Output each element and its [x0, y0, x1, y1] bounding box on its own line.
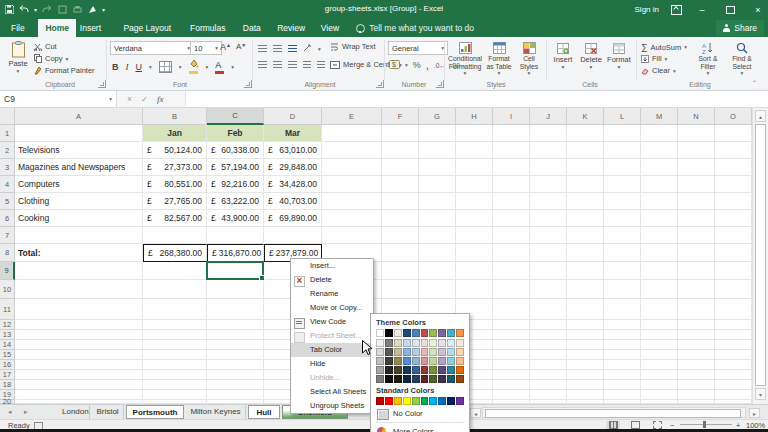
cell-O2[interactable]	[715, 142, 752, 159]
cell-F2[interactable]	[382, 142, 419, 159]
column-header-K[interactable]: K	[567, 108, 604, 125]
name-box-dropdown-icon[interactable]: ▾	[109, 97, 112, 101]
cell-L18[interactable]	[604, 380, 641, 390]
cell-O6[interactable]	[715, 210, 752, 227]
font-size-combo[interactable]: 10▾	[190, 41, 222, 55]
cell-K12[interactable]	[567, 320, 604, 330]
cell-L4[interactable]	[604, 176, 641, 193]
menu-item-rename[interactable]: Rename	[291, 287, 373, 301]
sheet-nav-left-icon[interactable]: ◂	[8, 408, 12, 416]
theme-color-swatch-9[interactable]	[447, 329, 455, 337]
row-header-5[interactable]: 5	[0, 193, 15, 210]
format-painter-button[interactable]: Format Painter	[34, 66, 95, 75]
cell-A2[interactable]: Televisions	[15, 142, 143, 159]
row-header-7[interactable]: 7	[0, 227, 15, 244]
copy-button[interactable]: Copy▾	[34, 54, 68, 63]
cell-E3[interactable]	[322, 159, 382, 176]
theme-tint-swatch-r1c4[interactable]	[403, 339, 411, 347]
theme-tint-swatch-r5c9[interactable]	[447, 375, 455, 383]
cell-L8[interactable]	[604, 244, 641, 262]
cell-O13[interactable]	[715, 330, 752, 340]
cell-C7[interactable]	[207, 227, 264, 244]
cell-M12[interactable]	[641, 320, 678, 330]
cell-E1[interactable]	[322, 125, 382, 142]
cell-N14[interactable]	[678, 340, 715, 350]
row-header-13[interactable]: 13	[0, 330, 15, 340]
cell-L15[interactable]	[604, 350, 641, 360]
bold-button[interactable]: B	[112, 62, 119, 72]
cell-L11[interactable]	[604, 299, 641, 320]
row-header-18[interactable]: 18	[0, 380, 15, 390]
cell-D2[interactable]: £63,010.00	[264, 142, 322, 159]
cell-K17[interactable]	[567, 370, 604, 380]
cell-N18[interactable]	[678, 380, 715, 390]
cell-L7[interactable]	[604, 227, 641, 244]
cell-K7[interactable]	[567, 227, 604, 244]
cell-I11[interactable]	[493, 299, 530, 320]
standard-color-swatch-7[interactable]	[429, 397, 437, 405]
cell-B4[interactable]: £80,551.00	[143, 176, 207, 193]
cell-K8[interactable]	[567, 244, 604, 262]
theme-color-swatch-5[interactable]	[412, 329, 420, 337]
cell-C4[interactable]: £92,216.00	[207, 176, 264, 193]
cell-O3[interactable]	[715, 159, 752, 176]
cell-L14[interactable]	[604, 340, 641, 350]
cell-I18[interactable]	[493, 380, 530, 390]
row-header-2[interactable]: 2	[0, 142, 15, 159]
clear-button[interactable]: Clear▾	[641, 66, 676, 75]
fill-color-button[interactable]	[189, 59, 199, 74]
cell-B2[interactable]: £50,124.00	[143, 142, 207, 159]
cell-D5[interactable]: £40,703.00	[264, 193, 322, 210]
ribbon-tab-view[interactable]: View	[314, 19, 346, 37]
cell-O4[interactable]	[715, 176, 752, 193]
theme-tint-swatch-r5c8[interactable]	[438, 375, 446, 383]
cell-N12[interactable]	[678, 320, 715, 330]
cell-L2[interactable]	[604, 142, 641, 159]
cell-G8[interactable]	[419, 244, 456, 262]
cell-I5[interactable]	[493, 193, 530, 210]
underline-dropdown-icon[interactable]: ▾	[149, 65, 152, 69]
cell-L3[interactable]	[604, 159, 641, 176]
column-header-A[interactable]: A	[15, 108, 143, 125]
cell-N5[interactable]	[678, 193, 715, 210]
cell-J1[interactable]	[530, 125, 567, 142]
cell-I9[interactable]	[493, 262, 530, 280]
sign-in-link[interactable]: Sign in	[635, 5, 659, 14]
cell-O10[interactable]	[715, 280, 752, 299]
cell-D6[interactable]: £69,890.00	[264, 210, 322, 227]
cell-M4[interactable]	[641, 176, 678, 193]
theme-tint-swatch-r4c5[interactable]	[412, 366, 420, 374]
theme-color-swatch-4[interactable]	[403, 329, 411, 337]
cell-J9[interactable]	[530, 262, 567, 280]
cell-F7[interactable]	[382, 227, 419, 244]
cell-A18[interactable]	[15, 380, 143, 390]
cell-B9[interactable]	[143, 262, 207, 280]
theme-color-swatch-7[interactable]	[429, 329, 437, 337]
page-layout-view-button[interactable]	[628, 421, 642, 429]
cell-B17[interactable]	[143, 370, 207, 380]
cell-K14[interactable]	[567, 340, 604, 350]
cell-M8[interactable]	[641, 244, 678, 262]
grow-font-button[interactable]: A▲	[220, 42, 231, 52]
standard-color-swatch-6[interactable]	[421, 397, 429, 405]
cell-I7[interactable]	[493, 227, 530, 244]
cell-I1[interactable]	[493, 125, 530, 142]
standard-color-swatch-1[interactable]	[376, 397, 384, 405]
more-colors-item[interactable]: More Colors...	[376, 425, 464, 432]
cell-L9[interactable]	[604, 262, 641, 280]
theme-tint-swatch-r2c10[interactable]	[456, 348, 464, 356]
cell-G5[interactable]	[419, 193, 456, 210]
theme-tint-swatch-r3c9[interactable]	[447, 357, 455, 365]
cell-H7[interactable]	[456, 227, 493, 244]
cell-M19[interactable]	[641, 390, 678, 400]
cell-J17[interactable]	[530, 370, 567, 380]
cell-B19[interactable]	[143, 390, 207, 400]
cell-J16[interactable]	[530, 360, 567, 370]
page-break-view-button[interactable]	[650, 421, 664, 429]
cell-F9[interactable]	[382, 262, 419, 280]
cell-M18[interactable]	[641, 380, 678, 390]
cell-A5[interactable]: Clothing	[15, 193, 143, 210]
cell-J15[interactable]	[530, 350, 567, 360]
cell-N3[interactable]	[678, 159, 715, 176]
cell-K16[interactable]	[567, 360, 604, 370]
